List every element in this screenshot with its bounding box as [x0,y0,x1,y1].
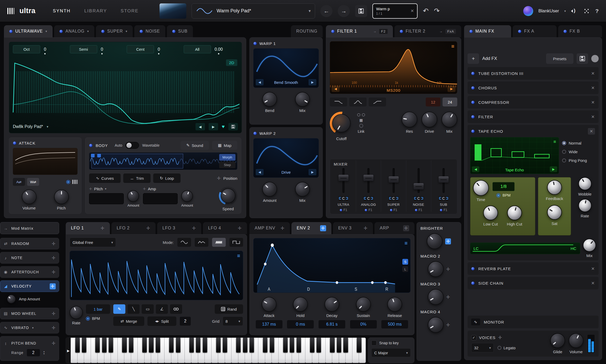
mod-matrix-button[interactable]: → Mod Matrix [0,222,59,234]
warp2-mix-knob[interactable] [295,182,310,197]
tab-lfo1[interactable]: LFO 1 ✛ [66,222,110,234]
env-sync-badge[interactable]: S [402,259,408,265]
feedback-knob[interactable] [547,180,562,195]
tab-super[interactable]: SUPER ▾ [96,25,133,37]
mini-pot-icon[interactable] [357,113,360,116]
black-key[interactable] [337,338,341,352]
move-icon[interactable]: ✛ [143,187,146,191]
fx-item-filter[interactable]: FILTER ✕ [468,110,599,123]
tab-lfo3[interactable]: LFO 3 ✛ [157,222,201,234]
tab-routing[interactable]: ROUTING [291,25,323,37]
preset-thumbnail[interactable] [160,3,186,19]
warp2-mode-name[interactable]: Drive [264,170,309,175]
menu-icon[interactable]: ≡ [451,44,454,49]
tab-filter2[interactable]: FILTER 2 → FxA [394,25,461,37]
move-icon[interactable]: ✛ [146,225,150,231]
fx-enable-dot[interactable] [471,267,475,270]
warp2-prev-button[interactable]: ◀ [256,169,264,175]
black-key[interactable] [223,338,227,352]
tape-rate-knob[interactable] [578,199,592,212]
save-preset-button[interactable] [355,5,367,17]
black-key[interactable] [216,338,220,352]
channel-filter-badge[interactable]: F1 [340,208,347,212]
move-icon[interactable]: ✛ [403,225,409,231]
time-value-lcd[interactable]: 1/8 [492,182,515,191]
move-icon[interactable]: ✛ [50,283,56,289]
lfo-mode-sine-button[interactable] [177,238,191,247]
ultra-level-slider[interactable] [338,175,348,181]
next-preset-button[interactable]: → [338,5,350,17]
lfo-sync-dropdown[interactable]: Global Free▾ [70,238,116,247]
macro3-knob[interactable] [428,289,444,305]
draw-line-tool[interactable]: ╲ [127,304,140,314]
chevron-down-icon[interactable]: ▾ [47,125,48,129]
env-sustain-value[interactable]: 0% [350,320,377,329]
fx-enable-dot[interactable] [469,30,473,33]
morph-button[interactable]: Morph [219,154,235,161]
move-icon[interactable]: ✛ [101,225,105,231]
master-volume-knob[interactable] [569,333,583,348]
black-key[interactable] [317,338,321,352]
warp2-display[interactable]: ◀ Drive ▶ [253,138,319,178]
black-key[interactable] [243,338,247,352]
nav-store[interactable]: STORE [121,8,138,14]
warp1-enable-dot[interactable] [253,42,257,45]
osc-enable-dot[interactable] [140,30,143,33]
black-key[interactable] [156,338,160,352]
pitch-mod-label[interactable]: Pitch [94,187,103,191]
wavetable-display[interactable]: Oct 0 Semi 0 Cent 0 All 0.00 2D Dw8k Pol… [9,42,242,133]
mini-pot-icon[interactable] [362,113,365,116]
fx-enable-dot[interactable] [471,86,475,90]
draw-rect-tool[interactable]: ▭ [142,304,154,314]
tab-ultrawave[interactable]: ULTRAWAVE ▾ [4,25,53,37]
tab-arp[interactable]: ARP ✛ [374,222,414,234]
monitor-row[interactable]: ∿ MONITOR [468,316,599,328]
high-cut-knob[interactable] [507,206,522,220]
black-key[interactable] [122,338,127,352]
channel-filter-badge[interactable]: F1 [415,208,422,212]
voices-count-dropdown[interactable]: 32▾ [471,343,494,352]
black-key[interactable] [263,338,268,352]
black-key[interactable] [102,338,106,352]
warp1-display[interactable]: ◀ Bend Smooth ▶ [253,48,319,88]
slope-24-button[interactable]: 24 [443,98,457,106]
add-fx-button[interactable]: + [468,53,479,64]
semi-label[interactable]: Semi [70,45,97,53]
black-key[interactable] [129,338,133,352]
lowpass-shape-button[interactable] [330,98,347,106]
range-value[interactable]: 2 [27,349,40,357]
env-loop-badge[interactable]: L [402,266,408,272]
lfo-mode-random-button[interactable] [195,238,208,247]
filter-prev-button[interactable]: ◀ [332,86,340,92]
analog-level-slider[interactable] [363,175,373,181]
warp2-enable-dot[interactable] [253,132,257,135]
chevron-down-icon[interactable]: ▾ [105,187,106,191]
amp-amount-knob[interactable] [181,190,193,202]
remove-fx-icon[interactable]: ✕ [591,85,595,90]
mod-row-pitch-bend[interactable]: ↕ PITCH BEND ✛ Range 2 ▴▾ [0,336,59,361]
piano-keyboard[interactable]: ▶ [66,337,366,363]
black-key[interactable] [283,338,287,352]
fx-enable-dot[interactable] [471,130,475,133]
low-cut-knob[interactable] [483,206,498,220]
legato-toggle[interactable]: Legato [497,346,516,350]
tab-sub[interactable]: SUB [167,25,193,37]
next-wavetable-button[interactable]: ▶ [209,123,218,130]
attack-display[interactable] [13,148,78,175]
help-button[interactable]: ? [595,8,599,14]
mod-row-random[interactable]: ⇄ RANDOM ✛ [0,238,59,249]
tab-amp-env[interactable]: AMP ENV ✛ [249,222,290,234]
black-key[interactable] [196,338,201,352]
loop-button[interactable]: ↻ Loop [153,173,181,183]
move-icon[interactable]: ✛ [217,176,220,181]
display-2d-button[interactable]: 2D [226,59,237,66]
black-key[interactable] [82,338,86,352]
fx-enable-dot[interactable] [471,281,475,285]
move-icon[interactable]: ✛ [281,225,285,231]
lfo-mode-square-button[interactable] [229,238,243,247]
tab-filter1[interactable]: FILTER 1 → F2 [326,25,393,37]
sat-knob[interactable] [547,205,562,220]
move-icon[interactable]: ✛ [446,322,450,328]
key-dropdown[interactable]: C Major▾ [371,348,411,357]
cent-value[interactable]: 0 [158,47,160,52]
